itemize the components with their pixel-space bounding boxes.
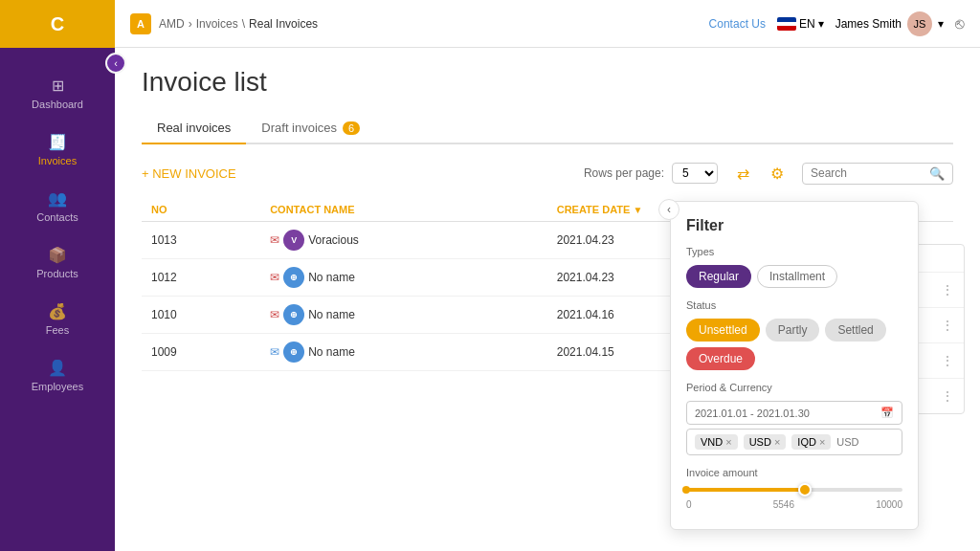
slider-track[interactable] <box>686 488 902 492</box>
more-options-icon[interactable]: ⋮ <box>941 282 954 298</box>
new-invoice-button[interactable]: + NEW INVOICE <box>142 166 236 181</box>
chevron-down-icon2: ▾ <box>938 17 944 31</box>
breadcrumb-sep2: \ <box>242 17 245 31</box>
period-input[interactable]: 2021.01.01 - 2021.01.30 📅 <box>686 401 902 425</box>
logo-letter: C <box>51 13 64 35</box>
amount-max: 10000 <box>876 499 902 510</box>
sidebar-item-invoices[interactable]: 🧾 Invoices <box>0 123 115 176</box>
cell-contact: ✉ ⊕ No name <box>260 297 547 334</box>
more-options-icon[interactable]: ⋮ <box>941 388 954 404</box>
period-label: Period & Currency <box>686 382 902 393</box>
email-icon: ✉ <box>270 233 279 247</box>
types-label: Types <box>686 246 902 257</box>
status-label: Status <box>686 299 902 311</box>
filter-close-button[interactable]: ‹ <box>658 199 679 220</box>
sidebar: C ‹ ⊞ Dashboard 🧾 Invoices 👥 Contacts 📦 … <box>0 0 115 551</box>
sidebar-item-dashboard[interactable]: ⊞ Dashboard <box>0 67 115 120</box>
tab-draft-badge: 6 <box>343 121 360 135</box>
slider-thumb[interactable] <box>798 483 812 496</box>
sidebar-item-fees[interactable]: 💰 Fees <box>0 293 115 345</box>
chip-overdue[interactable]: Overdue <box>686 347 755 370</box>
sync-icon[interactable]: ⇄ <box>729 160 756 187</box>
toolbar: + NEW INVOICE Rows per page: 5 10 25 ⇄ ⚙… <box>142 160 953 187</box>
tab-draft-invoices[interactable]: Draft invoices 6 <box>246 113 375 143</box>
amount-mid: 5546 <box>773 499 794 510</box>
filter-panel: Filter Types Regular Installment Status … <box>670 201 919 530</box>
currency-tag-usd[interactable]: USD × <box>744 434 787 450</box>
rows-per-page-label: Rows per page: <box>584 166 664 180</box>
products-icon: 📦 <box>48 246 67 264</box>
email-icon: ✉ <box>270 308 279 321</box>
avatar: ⊕ <box>283 267 304 288</box>
avatar: ⊕ <box>283 304 304 325</box>
cell-contact: ✉ ⊕ No name <box>260 334 547 371</box>
chip-settled[interactable]: Settled <box>825 319 885 342</box>
currency-tags[interactable]: VND × USD × IQD × <box>686 429 902 455</box>
email-icon: ✉ <box>270 345 279 359</box>
filter-title: Filter <box>686 217 902 234</box>
cell-no: 1010 <box>142 297 260 334</box>
sidebar-item-label: Contacts <box>36 211 78 223</box>
cell-no: 1012 <box>142 259 260 297</box>
chip-regular[interactable]: Regular <box>686 265 751 288</box>
amount-min: 0 <box>686 499 692 510</box>
cell-contact: ✉ V Voracious <box>260 222 547 259</box>
sidebar-nav: ⊞ Dashboard 🧾 Invoices 👥 Contacts 📦 Prod… <box>0 48 115 402</box>
currency-tag-iqd[interactable]: IQD × <box>791 434 831 450</box>
chip-installment[interactable]: Installment <box>757 265 837 288</box>
sidebar-toggle[interactable]: ‹ <box>105 53 126 74</box>
tab-real-invoices[interactable]: Real invoices <box>142 113 246 143</box>
slider-labels: 0 5546 10000 <box>686 499 902 510</box>
sidebar-item-employees[interactable]: 👤 Employees <box>0 349 115 402</box>
col-contact: CONTACT NAME <box>260 198 547 222</box>
company-logo: A <box>130 13 151 34</box>
user-menu[interactable]: James Smith JS ▾ <box>835 11 944 36</box>
sidebar-item-products[interactable]: 📦 Products <box>0 236 115 289</box>
page-body: Invoice list Real invoices Draft invoice… <box>115 48 980 551</box>
type-chips: Regular Installment <box>686 265 902 288</box>
rows-per-page-select[interactable]: 5 10 25 <box>672 163 718 184</box>
page-title: Invoice list <box>142 67 953 98</box>
invoices-link[interactable]: Invoices <box>196 17 238 31</box>
chevron-down-icon: ▾ <box>818 17 824 31</box>
search-input[interactable] <box>811 166 925 180</box>
invoice-amount-slider[interactable]: 0 5546 10000 <box>686 488 902 510</box>
search-box[interactable]: 🔍 <box>802 163 953 185</box>
slider-fill <box>686 488 805 492</box>
sidebar-item-label: Products <box>36 268 78 279</box>
language-selector[interactable]: EN ▾ <box>777 17 824 31</box>
logout-icon[interactable]: ⎋ <box>955 15 965 33</box>
fees-icon: 💰 <box>48 302 67 320</box>
company-name[interactable]: AMD <box>159 17 185 31</box>
remove-currency-icon[interactable]: × <box>725 436 731 448</box>
currency-tag-vnd[interactable]: VND × <box>695 434 738 450</box>
tab-draft-label: Draft invoices <box>261 121 337 135</box>
more-options-icon[interactable]: ⋮ <box>941 318 954 333</box>
sidebar-item-label: Invoices <box>38 155 77 166</box>
currency-input[interactable] <box>836 436 875 448</box>
avatar: ⊕ <box>283 342 304 363</box>
chip-partly[interactable]: Partly <box>766 319 820 342</box>
chip-unsettled[interactable]: Unsettled <box>686 319 760 342</box>
search-icon: 🔍 <box>929 166 945 181</box>
sidebar-item-contacts[interactable]: 👥 Contacts <box>0 180 115 232</box>
topbar: A AMD › Invoices \ Real Invoices Contact… <box>115 0 980 48</box>
sidebar-item-label: Dashboard <box>32 99 83 110</box>
remove-currency-icon[interactable]: × <box>819 436 825 448</box>
main-content: A AMD › Invoices \ Real Invoices Contact… <box>115 0 980 551</box>
rows-per-page-control: Rows per page: 5 10 25 <box>584 163 718 184</box>
current-page-label: Real Invoices <box>249 17 318 31</box>
sidebar-logo: C <box>0 0 115 48</box>
settings-icon[interactable]: ⚙ <box>764 160 791 187</box>
user-avatar: JS <box>907 11 932 36</box>
contact-us-link[interactable]: Contact Us <box>709 17 766 31</box>
avatar: V <box>283 230 304 251</box>
sort-icon: ▼ <box>633 205 642 215</box>
col-no: NO <box>142 198 260 222</box>
more-options-icon[interactable]: ⋮ <box>941 353 954 368</box>
breadcrumb-sep: › <box>189 17 192 31</box>
email-icon: ✉ <box>270 271 279 284</box>
tabs: Real invoices Draft invoices 6 <box>142 113 953 144</box>
remove-currency-icon[interactable]: × <box>774 436 780 448</box>
breadcrumb: A AMD › Invoices \ Real Invoices <box>130 13 318 34</box>
